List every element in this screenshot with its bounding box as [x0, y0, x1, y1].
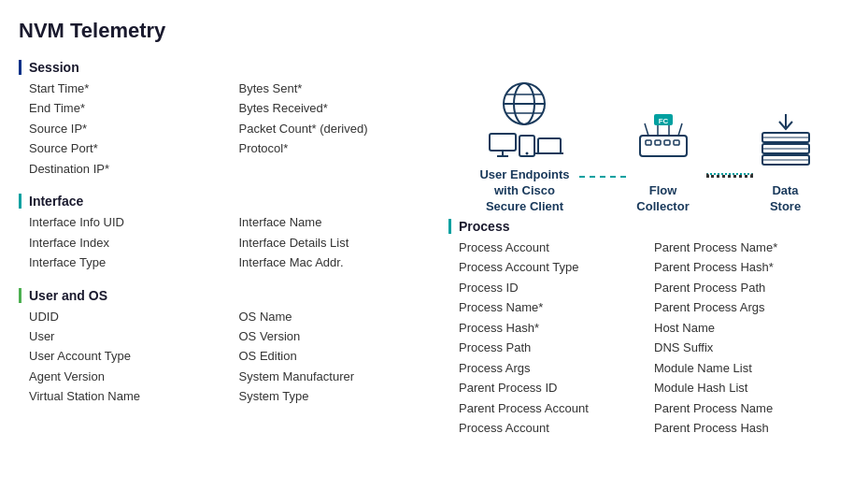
section-bar-user-os [19, 288, 21, 303]
section-label-user-os: User and OS [29, 288, 107, 303]
process-bar [448, 219, 451, 234]
svg-rect-10 [538, 138, 561, 153]
connector-1 [579, 176, 626, 215]
list-item: Interface Type [29, 253, 239, 272]
list-item: Parent Process Hash [654, 418, 849, 438]
svg-rect-5 [490, 134, 516, 151]
section-content-session: Start Time*End Time*Source IP*Source Por… [29, 79, 448, 179]
list-item: Virtual Station Name [29, 386, 239, 406]
section-session: SessionStart Time*End Time*Source IP*Sou… [19, 60, 448, 179]
connector-2 [706, 173, 753, 215]
svg-text:FC: FC [658, 117, 668, 125]
process-header: Process [448, 219, 849, 234]
section-col1-user-os: UDIDUserUser Account TypeAgent VersionVi… [29, 307, 239, 407]
section-interface: InterfaceInterface Info UIDInterface Ind… [19, 194, 448, 272]
list-item: System Manufacturer [239, 367, 449, 386]
list-item: Source Port* [29, 138, 239, 158]
section-content-user-os: UDIDUserUser Account TypeAgent VersionVi… [29, 307, 448, 407]
section-label-session: Session [29, 60, 79, 75]
process-col2: Parent Process Name*Parent Process Hash*… [654, 238, 849, 438]
list-item: Interface Index [29, 233, 239, 253]
section-header-session: Session [19, 60, 448, 75]
list-item: Process Hash* [459, 318, 654, 338]
flow-collector-label: FlowCollector [636, 183, 689, 215]
svg-line-17 [645, 123, 648, 136]
list-item: Protocol* [239, 138, 449, 158]
svg-rect-16 [674, 140, 679, 145]
list-item: Source IP* [29, 119, 239, 138]
main-title: NVM Telemetry [19, 19, 448, 43]
list-item: End Time* [29, 98, 239, 118]
list-item: Interface Info UID [29, 212, 239, 232]
section-col1-session: Start Time*End Time*Source IP*Source Por… [29, 79, 239, 179]
svg-point-9 [526, 152, 529, 155]
list-item: Start Time* [29, 79, 239, 98]
list-item: Module Name List [654, 358, 849, 378]
list-item: Process Name* [459, 297, 654, 317]
list-item: Parent Process Name* [654, 238, 849, 257]
datastore-item: DataStore [753, 112, 818, 215]
flow-collector-icon: FC [626, 112, 701, 178]
list-item: UDID [29, 307, 239, 326]
list-item: Module Hash List [654, 378, 849, 397]
section-col1-interface: Interface Info UIDInterface IndexInterfa… [29, 212, 239, 272]
section-col2-user-os: OS NameOS VersionOS EditionSystem Manufa… [239, 307, 449, 407]
list-item: DNS Suffix [654, 338, 849, 357]
svg-rect-14 [655, 140, 661, 145]
list-item: OS Edition [239, 346, 449, 366]
list-item: OS Name [239, 307, 449, 326]
datastore-icon [753, 112, 818, 178]
list-item: User Account Type [29, 346, 239, 366]
list-item: Parent Process Hash* [654, 257, 849, 277]
section-col2-interface: Interface NameInterface Details ListInte… [239, 212, 449, 272]
svg-rect-15 [664, 140, 670, 145]
section-label-interface: Interface [29, 194, 83, 209]
flow-collector-item: FC FlowCollector [626, 112, 701, 215]
list-item: Process Args [459, 358, 654, 378]
list-item: Process Account [459, 238, 654, 257]
endpoints-icon [482, 78, 566, 162]
list-item: Agent Version [29, 367, 239, 386]
list-item: Destination IP* [29, 159, 239, 179]
right-panel: User Endpointswith CiscoSecure Client [448, 19, 849, 482]
endpoints-label: User Endpointswith CiscoSecure Client [479, 167, 569, 215]
list-item: Host Name [654, 318, 849, 338]
svg-rect-13 [646, 140, 651, 145]
section-user-os: User and OSUDIDUserUser Account TypeAgen… [19, 288, 448, 407]
list-item: User [29, 326, 239, 346]
process-content: Process AccountProcess Account TypeProce… [459, 238, 849, 438]
section-header-interface: Interface [19, 194, 448, 209]
endpoints-item: User Endpointswith CiscoSecure Client [479, 78, 569, 215]
section-content-interface: Interface Info UIDInterface IndexInterfa… [29, 212, 448, 272]
list-item: Process Account [459, 418, 654, 438]
section-col2-session: Bytes Sent*Bytes Received*Packet Count* … [239, 79, 449, 179]
diagram: User Endpointswith CiscoSecure Client [448, 19, 849, 215]
svg-rect-12 [640, 136, 687, 156]
list-item: OS Version [239, 326, 449, 346]
process-section: Process Process AccountProcess Account T… [448, 219, 849, 438]
section-bar-session [19, 60, 21, 75]
section-bar-interface [19, 194, 21, 209]
list-item: Interface Name [239, 212, 449, 232]
list-item: Parent Process Account [459, 398, 654, 418]
list-item: Process Account Type [459, 257, 654, 277]
list-item: Process Path [459, 338, 654, 357]
left-panel: NVM Telemetry SessionStart Time*End Time… [19, 19, 448, 482]
list-item: Interface Details List [239, 233, 449, 253]
process-label: Process [459, 219, 509, 234]
list-item: Parent Process Path [654, 278, 849, 297]
list-item: Parent Process Name [654, 398, 849, 418]
process-col1: Process AccountProcess Account TypeProce… [459, 238, 654, 438]
section-header-user-os: User and OS [19, 288, 448, 303]
list-item: Packet Count* (derived) [239, 119, 449, 138]
list-item: System Type [239, 386, 449, 406]
list-item: Bytes Received* [239, 98, 449, 118]
list-item: Process ID [459, 278, 654, 297]
list-item: Parent Process ID [459, 378, 654, 397]
list-item: Bytes Sent* [239, 79, 449, 98]
list-item: Interface Mac Addr. [239, 253, 449, 272]
datastore-label: DataStore [770, 183, 801, 215]
svg-line-20 [678, 123, 682, 136]
list-item: Parent Process Args [654, 297, 849, 317]
